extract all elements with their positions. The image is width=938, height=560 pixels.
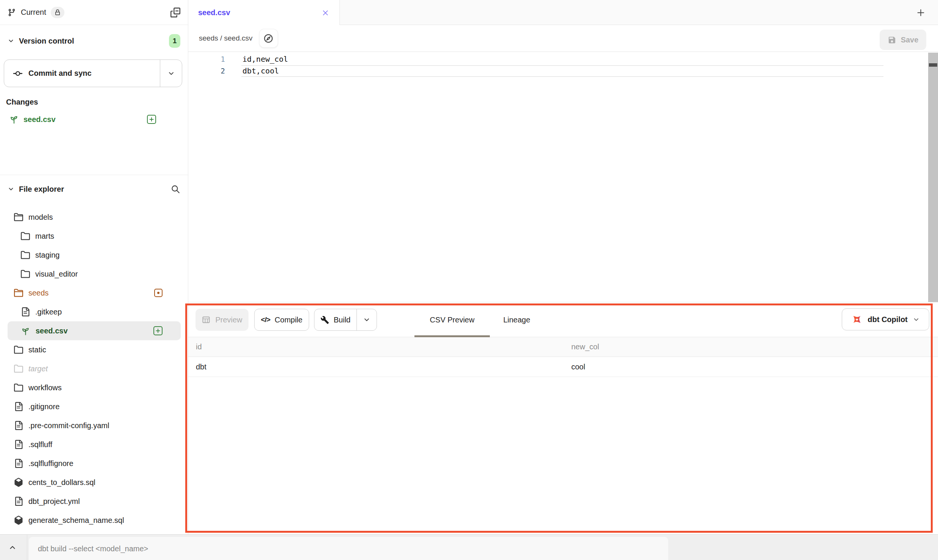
- chevron-up-icon[interactable]: [8, 543, 17, 552]
- code-editor[interactable]: 1id,new_col2dbt,cool: [188, 52, 938, 302]
- compile-button[interactable]: </> Compile: [254, 309, 309, 331]
- wrench-icon: [320, 316, 329, 324]
- folder-open-icon: [14, 213, 23, 222]
- table-row[interactable]: dbtcool: [188, 357, 938, 377]
- file-tree-item-target[interactable]: target: [8, 359, 181, 378]
- duplicate-icon[interactable]: [170, 8, 180, 17]
- scrollbar-thumb[interactable]: [929, 63, 937, 67]
- file-tree-item-staging[interactable]: staging: [8, 246, 181, 264]
- changes-count-badge: 1: [169, 34, 180, 48]
- file-tree-item-models[interactable]: models: [8, 208, 181, 227]
- table-header-row: idnew_col: [188, 337, 938, 357]
- chevron-down-icon: [8, 186, 14, 192]
- command-input[interactable]: dbt build --select <model_name>: [29, 537, 668, 560]
- dbt-copilot-button[interactable]: dbt Copilot: [842, 308, 929, 330]
- file-tree-item--pre-commit-config-yaml[interactable]: .pre-commit-config.yaml: [8, 416, 181, 435]
- build-options-caret[interactable]: [356, 309, 377, 330]
- file-tree: modelsmartsstagingvisual_editorseeds.git…: [0, 208, 188, 530]
- file-tree-item--gitignore[interactable]: .gitignore: [8, 397, 181, 416]
- file-tree-item-seeds[interactable]: seeds: [8, 283, 181, 302]
- folder-icon: [21, 269, 30, 278]
- file-icon: [14, 440, 23, 449]
- col-header-id: id: [196, 337, 202, 357]
- file-tree-item-static[interactable]: static: [8, 340, 181, 359]
- folder-icon: [14, 345, 23, 354]
- tab-csv-preview[interactable]: CSV Preview: [414, 302, 490, 337]
- col-header-new-col: new_col: [571, 337, 599, 357]
- table-grid-icon: [202, 315, 211, 324]
- file-tree-item-dbt-project-yml[interactable]: dbt_project.yml: [8, 492, 181, 511]
- chevron-down-icon: [913, 316, 920, 323]
- changes-section-label: Changes: [6, 98, 38, 106]
- build-button[interactable]: Build: [314, 309, 377, 331]
- compile-button-label: Compile: [275, 316, 302, 324]
- copilot-compass-icon[interactable]: [260, 29, 278, 47]
- file-tree-item-generate-schema-name-sql[interactable]: generate_schema_name.sql: [8, 511, 181, 530]
- file-tree-item-workflows[interactable]: workflows: [8, 378, 181, 397]
- tab-lineage[interactable]: Lineage: [490, 302, 544, 337]
- dbt-ide-app: Current Version control 1 Commit: [0, 0, 938, 560]
- file-explorer-header[interactable]: File explorer: [0, 180, 188, 198]
- sidebar: Current Version control 1 Commit: [0, 0, 188, 534]
- seedling-icon: [9, 114, 19, 124]
- code-brackets-icon: </>: [261, 316, 270, 324]
- file-tree-item--gitkeep[interactable]: .gitkeep: [8, 302, 181, 321]
- file-tree-item-seed-csv[interactable]: seed.csv: [8, 321, 181, 340]
- dbt-copilot-label: dbt Copilot: [868, 315, 908, 324]
- lock-icon: [55, 9, 61, 16]
- statusbar-divider: [27, 535, 27, 560]
- editor-tabstrip: seed.csv: [188, 0, 938, 25]
- save-button[interactable]: Save: [880, 30, 926, 50]
- tab-seed-csv[interactable]: seed.csv: [188, 0, 340, 25]
- file-tree-item-cents-to-dollars-sql[interactable]: cents_to_dollars.sql: [8, 473, 181, 492]
- modified-folder-badge: [154, 289, 163, 297]
- sidebar-divider: [0, 175, 188, 175]
- preview-button[interactable]: Preview: [195, 309, 249, 331]
- code-line-2[interactable]: 2dbt,cool: [188, 65, 938, 77]
- version-control-title: Version control: [19, 37, 74, 45]
- close-tab-icon[interactable]: [321, 9, 330, 17]
- panel-toolbar: Preview </> Compile Build CSV Preview Li…: [188, 302, 938, 337]
- csv-preview-table: idnew_coldbtcool: [188, 337, 938, 377]
- chevron-down-icon: [8, 38, 14, 44]
- new-tab-icon[interactable]: [916, 8, 926, 18]
- commit-options-caret[interactable]: [160, 60, 182, 87]
- branch-header: Current: [0, 0, 188, 25]
- added-file-badge: [153, 326, 163, 335]
- folder-icon: [14, 383, 23, 392]
- code-line-1[interactable]: 1id,new_col: [188, 53, 938, 65]
- file-tree-item-marts[interactable]: marts: [8, 227, 181, 246]
- file-icon: [14, 497, 23, 506]
- changed-file-row[interactable]: seed.csv: [0, 111, 182, 128]
- added-file-badge: [147, 115, 156, 124]
- git-branch-icon: [8, 8, 16, 17]
- search-icon[interactable]: [170, 184, 180, 194]
- file-icon: [14, 459, 23, 468]
- editor-scrollbar[interactable]: [928, 53, 938, 302]
- branch-lock-badge: [51, 7, 64, 18]
- folder-icon: [21, 232, 30, 241]
- branch-name: Current: [21, 8, 46, 17]
- file-icon: [14, 421, 23, 430]
- file-tree-item--sqlfluffignore[interactable]: .sqlfluffignore: [8, 454, 181, 473]
- commit-and-sync-button[interactable]: Commit and sync: [4, 59, 182, 87]
- results-panel: Preview </> Compile Build CSV Preview Li…: [188, 302, 938, 534]
- command-placeholder: dbt build --select <model_name>: [38, 544, 148, 553]
- folder-icon: [21, 250, 30, 260]
- model-icon: [14, 516, 23, 525]
- commit-button-label: Commit and sync: [28, 69, 92, 78]
- preview-button-label: Preview: [215, 316, 242, 324]
- breadcrumb: seeds / seed.csv: [199, 34, 253, 42]
- commit-icon: [13, 68, 23, 79]
- breadcrumb-bar: seeds / seed.csv Save: [188, 25, 938, 52]
- seed-icon: [21, 326, 30, 336]
- tab-label: seed.csv: [198, 8, 230, 17]
- file-tree-item-visual-editor[interactable]: visual_editor: [8, 264, 181, 283]
- file-tree-item--sqlfluff[interactable]: .sqlfluff: [8, 435, 181, 454]
- folder-open-icon: [14, 288, 23, 297]
- version-control-header[interactable]: Version control 1: [0, 33, 188, 49]
- dbt-copilot-icon: [851, 314, 863, 325]
- file-explorer-title: File explorer: [19, 185, 64, 194]
- build-button-label: Build: [334, 316, 350, 324]
- model-icon: [14, 478, 23, 487]
